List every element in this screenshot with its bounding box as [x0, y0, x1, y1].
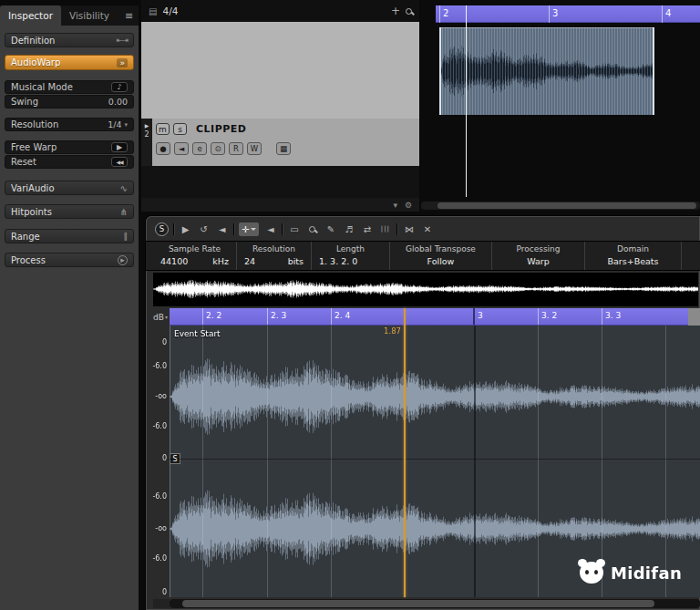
swap-channels-button[interactable]: ✕ [420, 222, 434, 236]
free-warp-button[interactable]: ▶ [111, 142, 128, 152]
db-tick-label: 0 [162, 588, 167, 596]
editor-info-bar: Sample Rate 44100kHz Resolution 24bits L… [146, 241, 700, 271]
draw-tool[interactable]: ✎ [324, 222, 337, 236]
section-definition[interactable]: Definition ⇤⇥ [5, 33, 134, 47]
solo-button[interactable]: s [173, 123, 187, 135]
range-selection-tool[interactable]: ▭ [287, 222, 301, 236]
scrollbar-thumb[interactable] [182, 600, 654, 607]
track-buttons-row: ● ◄ e ⊙ R W ▦ [156, 142, 291, 155]
watermark-text: Midifan [611, 563, 682, 583]
definition-icon: ⇤⇥ [117, 36, 128, 45]
info-value[interactable]: 1. 3. 2. 0 [319, 256, 357, 266]
row-resolution[interactable]: Resolution 1/4 ▾ [5, 118, 134, 131]
reset-button[interactable]: ◀◀ [111, 157, 128, 167]
info-value[interactable]: Follow [427, 256, 455, 266]
section-audiowarp[interactable]: AudioWarp » [5, 55, 134, 70]
time-signature[interactable]: 4/4 [162, 5, 178, 16]
info-domain: Domain Bars+Beats [585, 242, 682, 270]
tab-visibility[interactable]: Visibility [61, 5, 118, 26]
track-name[interactable]: CLIPPED [196, 123, 246, 135]
add-track-icon[interactable]: + [391, 5, 400, 17]
project-track-panel: ▤ 4/4 + ▶ 2 m s CLIPPED ● ◄ e ⊙ R W [141, 0, 419, 212]
solo-editor-button[interactable]: S [155, 222, 169, 236]
info-global-transpose: Global Transpose Follow [390, 242, 492, 270]
inspector-panel: Inspector Visibility ≡ Definition ⇤⇥ Aud… [0, 0, 139, 610]
resolution-value[interactable]: 1/4 [108, 119, 121, 129]
resolution-label: Resolution [11, 119, 58, 129]
info-value[interactable]: 44100 [160, 256, 188, 266]
project-hscrollbar[interactable] [421, 202, 700, 210]
event-waveform[interactable] [439, 27, 654, 115]
info-value[interactable]: 24 [244, 256, 255, 266]
beats-ruler[interactable]: 2. 2 2. 3 2. 4 3 3. 2 3. 3 [170, 308, 688, 326]
scrollbar-thumb[interactable] [438, 202, 696, 209]
bars-ruler[interactable]: 2 3 4 [436, 5, 700, 23]
read-automation-button[interactable]: R [229, 142, 243, 155]
free-warp-tool[interactable]: ⋈ [402, 222, 416, 236]
info-label: Length [319, 244, 382, 253]
hitpoints-icon: ⋔ [120, 207, 128, 217]
gear-icon[interactable]: ⚙ [405, 201, 412, 210]
main-waveform[interactable] [170, 326, 700, 597]
info-value[interactable]: Bars+Beats [607, 256, 658, 266]
overview-waveform[interactable] [153, 273, 698, 306]
project-header: ▤ 4/4 + [141, 0, 419, 22]
zoom-icon[interactable] [406, 8, 412, 15]
info-value[interactable]: Warp [527, 256, 550, 266]
section-range[interactable]: Range ‖ [5, 229, 134, 243]
section-process[interactable]: Process ▸ [5, 253, 134, 267]
info-label: Global Transpose [397, 244, 484, 253]
row-free-warp[interactable]: Free Warp ▶ [5, 140, 134, 154]
info-unit: kHz [212, 256, 229, 266]
musical-mode-toggle[interactable]: ♪ [111, 82, 128, 92]
waveform-overview-strip[interactable] [153, 273, 698, 306]
beat-tick [202, 308, 203, 326]
zoom-tool[interactable] [305, 222, 319, 236]
record-enable-button[interactable]: ● [156, 142, 170, 155]
row-reset[interactable]: Reset ◀◀ [5, 155, 134, 169]
row-swing[interactable]: Swing 0.00 [5, 95, 134, 109]
grid-toggle[interactable]: ||| [378, 222, 392, 236]
monitor-button[interactable]: ◄ [174, 142, 189, 155]
project-playhead[interactable] [466, 5, 467, 197]
resolution-dropdown-icon[interactable]: ▾ [124, 121, 128, 129]
freeze-button[interactable]: ⊙ [211, 142, 225, 155]
inspector-tabbar: Inspector Visibility ≡ [0, 5, 139, 26]
edit-channel-button[interactable]: e [192, 142, 207, 155]
track-row[interactable]: ▶ 2 m s CLIPPED ● ◄ e ⊙ R W ▦ [141, 119, 419, 166]
scrub-tool[interactable]: ◄ [263, 222, 277, 236]
track-title-row: m s CLIPPED [156, 123, 246, 135]
db-scale-selector[interactable]: dB ▾ [153, 308, 170, 326]
toolbar-divider [173, 223, 174, 235]
audition-loop-button[interactable]: ↺ [197, 222, 211, 236]
swing-value[interactable]: 0.00 [108, 97, 128, 107]
scrollbar-track[interactable] [170, 599, 700, 608]
audition-volume-button[interactable]: ◄ [215, 222, 229, 236]
beat-label: 2. 4 [335, 311, 350, 320]
editor-playhead[interactable] [404, 308, 406, 597]
section-variaudio[interactable]: VariAudio ∿ [5, 181, 134, 195]
track-expand-icon[interactable]: ▶ [145, 122, 149, 129]
tab-inspector[interactable]: Inspector [0, 5, 61, 26]
editor-hscrollbar [153, 599, 700, 608]
tracklist-empty-area[interactable] [141, 22, 419, 119]
play-tool[interactable]: ♬ [342, 222, 355, 236]
db-tick-label: 0 [162, 338, 167, 346]
track-number-strip[interactable]: ▶ 2 [141, 119, 152, 166]
audition-play-button[interactable]: ▶ [179, 222, 192, 236]
lane-display-button[interactable]: ▦ [276, 142, 291, 155]
collapse-icon[interactable]: ▾ [393, 201, 397, 210]
object-selection-tool[interactable]: ✛ [239, 222, 259, 236]
audio-event-clip[interactable] [439, 27, 654, 115]
write-automation-button[interactable]: W [247, 142, 262, 155]
db-tick-label: -6.0 [152, 362, 167, 370]
free-warp-label: Free Warp [11, 142, 57, 152]
mute-button[interactable]: m [156, 123, 170, 135]
row-musical-mode[interactable]: Musical Mode ♪ [5, 80, 134, 94]
section-hitpoints[interactable]: Hitpoints ⋔ [5, 204, 134, 219]
inspector-menu-icon[interactable]: ≡ [118, 5, 140, 26]
swing-label: Swing [11, 97, 38, 107]
time-warp-tool[interactable]: ⇄ [360, 222, 374, 236]
tracklist-footer: ▾ ⚙ [141, 198, 419, 212]
ruler-tick [549, 5, 550, 23]
